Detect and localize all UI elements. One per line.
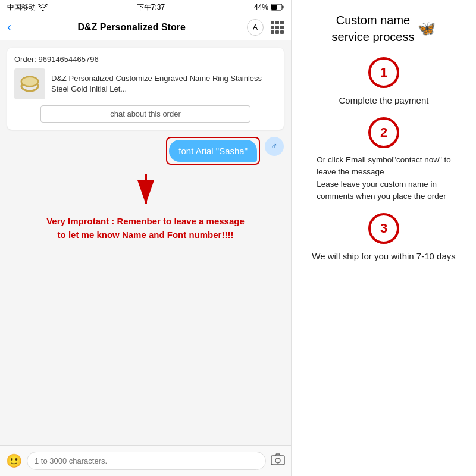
- arrow-container: [7, 174, 284, 210]
- order-card: Order: 96914654465796 D&Z Personalized C…: [7, 48, 284, 130]
- camera-button[interactable]: [271, 453, 285, 468]
- step-2-text: Or click Email symbol"contact now" to le…: [314, 154, 453, 202]
- nav-bar: ‹ D&Z Personalized Store A: [0, 14, 291, 40]
- important-line-1: Very Improtant : Remenber to leave a mes…: [19, 215, 272, 228]
- avatar-label: A: [253, 23, 258, 32]
- svg-rect-1: [282, 6, 283, 9]
- bubble-highlight-box: font Arial "Sasha": [166, 137, 260, 165]
- order-number: Order: 96914654465796: [14, 55, 277, 64]
- order-label: Order:: [14, 55, 36, 64]
- ring-image: [15, 70, 44, 98]
- product-title: D&Z Personalized Customize Engraved Name…: [51, 73, 277, 95]
- step-2-circle: 2: [368, 117, 399, 148]
- step-2-line1: Or click Email symbol"contact now" to: [317, 155, 451, 164]
- down-arrow-icon: [122, 174, 170, 210]
- title-line-2: service process: [332, 29, 415, 45]
- store-name: D&Z Personalized Store: [16, 22, 247, 33]
- status-right: 44%: [254, 3, 284, 11]
- service-title-text: Custom name service process: [332, 12, 415, 45]
- step-2-line2: leave the message: [317, 167, 384, 176]
- step-3-block: 3 We will ship for you within 7-10 days: [301, 213, 466, 262]
- important-message: Very Improtant : Remenber to leave a mes…: [7, 215, 284, 242]
- carrier-text: 中国移动: [7, 2, 36, 12]
- step-2-block: 2 Or click Email symbol"contact now" to …: [301, 117, 466, 202]
- battery-text: 44%: [254, 3, 268, 11]
- message-row: font Arial "Sasha" ♂: [7, 137, 284, 165]
- battery-icon: [271, 4, 284, 11]
- chat-order-button[interactable]: chat about this order: [40, 105, 250, 123]
- order-id: 96914654465796: [38, 55, 98, 64]
- service-title: Custom name service process 🦋: [332, 12, 436, 45]
- step-1-circle: 1: [368, 57, 399, 88]
- step-2-line4: comments when you place the order: [317, 192, 446, 201]
- wifi-icon: [38, 4, 48, 11]
- input-bar: 🙂: [0, 445, 291, 476]
- status-time: 下午7:37: [137, 2, 165, 12]
- message-input[interactable]: [27, 452, 266, 470]
- step-2-line3: Lease leave your custom name in: [317, 180, 437, 189]
- back-button[interactable]: ‹: [7, 20, 11, 35]
- step-1-block: 1 Complete the payment: [301, 57, 466, 107]
- order-product: D&Z Personalized Customize Engraved Name…: [14, 68, 277, 99]
- emoji-button[interactable]: 🙂: [6, 453, 22, 469]
- status-bar: 中国移动 下午7:37 44%: [0, 0, 291, 14]
- svg-rect-2: [271, 5, 277, 10]
- message-avatar: ♂: [265, 137, 284, 156]
- nav-icons: A: [247, 19, 284, 36]
- svg-point-11: [275, 458, 280, 463]
- title-line-1: Custom name: [332, 12, 415, 29]
- chat-area: Order: 96914654465796 D&Z Personalized C…: [0, 40, 291, 445]
- avatar-button[interactable]: A: [247, 19, 264, 36]
- status-left: 中国移动: [7, 2, 48, 12]
- message-bubble: font Arial "Sasha": [169, 140, 257, 162]
- product-image: [14, 68, 45, 99]
- step-1-text: Complete the payment: [339, 94, 429, 107]
- camera-icon: [271, 453, 285, 465]
- important-line-2: to let me know Name and Font number!!!!: [19, 228, 272, 242]
- left-panel: 中国移动 下午7:37 44% ‹ D&Z Personalized Store: [0, 0, 292, 476]
- svg-point-7: [21, 77, 38, 86]
- step-3-text: We will ship for you within 7-10 days: [312, 250, 456, 262]
- right-panel: Custom name service process 🦋 1 Complete…: [292, 0, 476, 476]
- step-3-circle: 3: [368, 213, 399, 244]
- grid-button[interactable]: [271, 21, 284, 34]
- butterfly-icon: 🦋: [418, 18, 436, 39]
